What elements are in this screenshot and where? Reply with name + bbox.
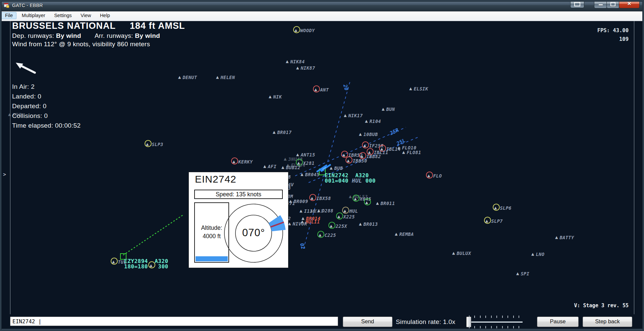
menu-settings[interactable]: Settings bbox=[50, 12, 75, 19]
waypoint-flo: ▲FLO bbox=[427, 173, 442, 179]
command-input[interactable] bbox=[10, 317, 338, 326]
waypoint-triangle-icon: ▲ bbox=[452, 251, 455, 255]
waypoint-elsik: ▲ELSIK bbox=[409, 85, 428, 91]
waypoint-triangle-icon: ▲ bbox=[263, 164, 266, 169]
left-panel-divider bbox=[10, 21, 10, 314]
waypoint-br011: ▲BR011 bbox=[376, 200, 395, 206]
waypoint-br045: ▲BR045 bbox=[301, 171, 320, 177]
radar-header: BRUSSELS NATIONAL184 ft AMSL Dep. runway… bbox=[12, 21, 185, 48]
bottom-bar: Send Simulation rate: 1.0x Pause Step ba… bbox=[0, 314, 644, 330]
stat-departed: Departed: 0 bbox=[12, 101, 80, 111]
menu-file[interactable]: File bbox=[1, 12, 16, 19]
waypoint-slp7: ▲SLP7 bbox=[485, 218, 503, 224]
waypoint-triangle-icon: ▲ bbox=[317, 208, 320, 213]
waypoint-slp6: ▲SLP6 bbox=[494, 205, 512, 211]
waypoint-triangle-icon: ▲ bbox=[409, 86, 412, 91]
waypoint-triangle-icon: ▲ bbox=[273, 130, 275, 134]
waypoint-triangle-icon: ▲ bbox=[281, 165, 284, 170]
window-title: GATC - EBBR bbox=[12, 3, 43, 8]
runway-label-20: 20 bbox=[342, 84, 350, 91]
simulation-rate-label: Simulation rate: 1.0x bbox=[396, 318, 455, 326]
waypoint-10bub: ▲10BUB bbox=[359, 131, 378, 137]
popup-heading-value: 070° bbox=[233, 227, 274, 239]
green-ring bbox=[336, 212, 343, 219]
yellow-ring bbox=[145, 140, 152, 147]
aircraft-count: 109 bbox=[597, 35, 629, 44]
app-icon bbox=[4, 3, 9, 8]
fps-value: FPS: 43.00 bbox=[597, 26, 629, 35]
waypoint-triangle-icon: ▲ bbox=[365, 119, 368, 123]
airport-name: BRUSSELS NATIONAL bbox=[12, 21, 116, 31]
yellow-ring bbox=[293, 26, 300, 33]
session-stats: In Air: 2 Landed: 0 Departed: 0 Collisio… bbox=[12, 82, 80, 130]
waypoint-triangle-icon: ▲ bbox=[269, 94, 271, 99]
red-ring bbox=[309, 194, 316, 201]
yellow-ring bbox=[493, 204, 500, 211]
menu-multiplayer[interactable]: Multiplayer bbox=[18, 12, 49, 19]
waypoint-spi: ▲SPI bbox=[516, 270, 529, 276]
radar-map: ▲WOODY▲NIK84▲NIK87▲DENUT▲HELEN▲ELSIK▲ANT… bbox=[0, 0, 644, 331]
waypoint-remba: ▲REMBA bbox=[395, 231, 414, 237]
waypoint-triangle-icon: ▲ bbox=[296, 66, 299, 70]
green-ring bbox=[364, 198, 371, 205]
waypoint-r104: ▲R104 bbox=[365, 118, 381, 124]
waypoint-bub: ▲BUB bbox=[330, 165, 343, 171]
menu-help[interactable]: Help bbox=[96, 12, 114, 19]
window-switch-button[interactable] bbox=[570, 0, 584, 8]
waypoint-triangle-icon: ▲ bbox=[402, 150, 405, 154]
wind-line: Wind from 112° @ 9 knots, visibility 860… bbox=[12, 41, 185, 48]
waypoint-nik84: ▲NIK84 bbox=[286, 58, 305, 64]
green-ring bbox=[328, 222, 335, 229]
close-button[interactable]: ✕ bbox=[619, 0, 640, 8]
waypoint-triangle-icon: ▲ bbox=[395, 232, 397, 236]
aircraft-datablock-ein2742[interactable]: EIN2742 A320001=040 HUL 000 bbox=[325, 173, 376, 183]
pause-button[interactable]: Pause bbox=[537, 317, 579, 327]
runways-line: Dep. runways: By windArr. runways: By wi… bbox=[12, 32, 185, 40]
title-bar[interactable]: GATC - EBBR bbox=[0, 0, 644, 11]
waypoint-nik: ▲NIK bbox=[269, 93, 282, 100]
runway-label-02: 02 bbox=[299, 243, 306, 250]
fps-readout: FPS: 43.00 109 bbox=[597, 26, 629, 44]
waypoint-triangle-icon: ▲ bbox=[8, 112, 11, 117]
simulation-rate-slider[interactable] bbox=[465, 314, 525, 330]
waypoint-br017: ▲BR017 bbox=[273, 129, 292, 135]
waypoint-triangle-icon: ▲ bbox=[301, 172, 303, 177]
waypoint-lno: ▲LNO bbox=[531, 251, 544, 257]
waypoint-afi: ▲AFI bbox=[263, 163, 276, 169]
waypoint-triangle-icon: ▲ bbox=[288, 221, 291, 226]
maximize-button[interactable] bbox=[606, 0, 620, 8]
waypoint-triangle-icon: ▲ bbox=[531, 252, 534, 256]
waypoint-triangle-icon: ▲ bbox=[349, 194, 352, 199]
waypoint-triangle-icon: ▲ bbox=[286, 59, 288, 64]
waypoint-triangle-icon: ▲ bbox=[555, 235, 558, 240]
minimize-button[interactable] bbox=[594, 0, 607, 8]
aircraft-datablock-ezy2894[interactable]: EZY2894 A320180=180 300 bbox=[124, 259, 168, 269]
waypoint-helen: ▲HELEN bbox=[216, 74, 235, 80]
runway-label-25r: 25R bbox=[389, 127, 399, 136]
menu-view[interactable]: View bbox=[77, 12, 95, 19]
red-ring bbox=[426, 172, 433, 179]
waypoint-ant: ▲ANT bbox=[314, 86, 329, 92]
version-text: V: Stage 3 rev. 55 bbox=[574, 303, 629, 309]
heading-compass bbox=[189, 172, 288, 268]
waypoint-ibx58: ▲IBX58 bbox=[311, 195, 331, 201]
waypoint-batty: ▲BATTY bbox=[555, 234, 574, 240]
waypoint-ibb50: ▲IBB50 bbox=[347, 157, 367, 163]
waypoint-triangle-icon: ▲ bbox=[359, 222, 362, 226]
waypoint-triangle-icon: ▲ bbox=[284, 157, 286, 161]
waypoint-nivor: ▲NIVOR bbox=[288, 220, 307, 226]
stat-time-elapsed: Time elapsed: 00:00:52 bbox=[12, 121, 80, 130]
waypoint-br013: ▲BR013 bbox=[359, 221, 378, 227]
green-ring bbox=[353, 195, 360, 202]
red-ring bbox=[313, 85, 320, 92]
panel-expander[interactable]: > bbox=[3, 172, 6, 178]
waypoint-triangle-icon: ▲ bbox=[382, 107, 384, 111]
menu-bar: File Multiplayer Settings View Help bbox=[1, 11, 643, 21]
yellow-ring bbox=[484, 217, 491, 224]
waypoint-triangle-icon: ▲ bbox=[516, 271, 519, 276]
slider-track[interactable] bbox=[468, 321, 523, 323]
step-back-button[interactable]: Step back bbox=[583, 317, 632, 327]
send-button[interactable]: Send bbox=[343, 317, 392, 327]
airport-title: BRUSSELS NATIONAL184 ft AMSL bbox=[12, 21, 185, 31]
stat-landed: Landed: 0 bbox=[12, 91, 80, 101]
